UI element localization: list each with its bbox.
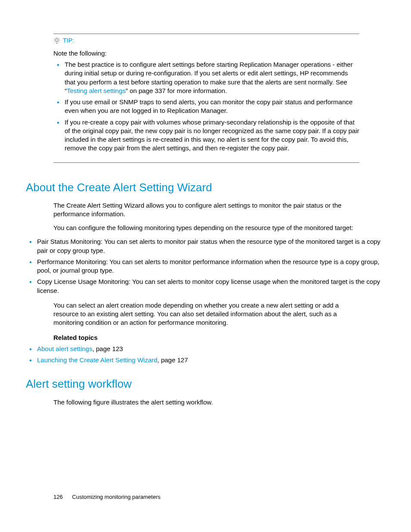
page-footer: 126 Customizing monitoring parameters xyxy=(53,493,161,501)
list-item: The best practice is to configure alert … xyxy=(53,60,359,95)
tip-callout: TIP: Note the following: The best practi… xyxy=(53,34,359,163)
body-text: The Create Alert Setting Wizard allows y… xyxy=(53,201,359,219)
link-testing-alert-settings[interactable]: Testing alert settings xyxy=(67,87,126,94)
document-page: TIP: Note the following: The best practi… xyxy=(0,0,411,532)
tip-label: TIP: xyxy=(63,37,74,45)
list-item: About alert settings, page 123 xyxy=(26,345,385,353)
list-item: Performance Monitoring: You can set aler… xyxy=(26,258,385,275)
body-text: Pair Status Monitoring: You can set aler… xyxy=(37,238,380,254)
page-number: 126 xyxy=(53,494,63,500)
body-text: , page 123 xyxy=(92,345,123,352)
body-text: , page 127 xyxy=(157,356,188,364)
body-text: ” on page 337 for more information. xyxy=(126,87,227,94)
list-item: If you re-create a copy pair with volume… xyxy=(53,118,359,153)
svg-line-7 xyxy=(55,42,56,43)
link-launching-create-alert-wizard[interactable]: Launching the Create Alert Setting Wizar… xyxy=(37,356,157,364)
related-topics-list: About alert settings, page 123 Launching… xyxy=(26,345,385,365)
body-text: You can select an alert creation mode de… xyxy=(53,301,359,327)
tip-header: TIP: xyxy=(53,37,359,45)
lightbulb-icon xyxy=(53,37,60,44)
tip-list: The best practice is to configure alert … xyxy=(53,60,359,153)
list-item: Pair Status Monitoring: You can set aler… xyxy=(26,237,385,255)
svg-line-6 xyxy=(59,38,59,39)
list-item: Launching the Create Alert Setting Wizar… xyxy=(26,356,385,364)
related-topics-heading: Related topics xyxy=(53,333,359,342)
link-about-alert-settings[interactable]: About alert settings xyxy=(37,345,92,352)
list-item: Copy License Usage Monitoring: You can s… xyxy=(26,277,385,295)
body-text: If you re-create a copy pair with volume… xyxy=(65,118,359,152)
list-item: If you use email or SNMP traps to send a… xyxy=(53,98,359,115)
svg-point-0 xyxy=(56,39,58,41)
heading-alert-setting-workflow: Alert setting workflow xyxy=(26,376,385,392)
chapter-title: Customizing monitoring parameters xyxy=(72,494,160,500)
monitoring-types-list: Pair Status Monitoring: You can set aler… xyxy=(26,237,385,295)
body-text: Performance Monitoring: You can set aler… xyxy=(37,258,380,274)
body-text: Copy License Usage Monitoring: You can s… xyxy=(37,278,380,294)
body-text: If you use email or SNMP traps to send a… xyxy=(65,98,352,114)
svg-line-5 xyxy=(55,38,56,39)
svg-line-8 xyxy=(59,42,59,43)
heading-about-create-alert-wizard: About the Create Alert Setting Wizard xyxy=(26,180,385,195)
body-text: The following figure illustrates the ale… xyxy=(53,398,359,407)
body-text: You can configure the following monitori… xyxy=(53,224,359,232)
tip-note: Note the following: xyxy=(53,49,359,58)
